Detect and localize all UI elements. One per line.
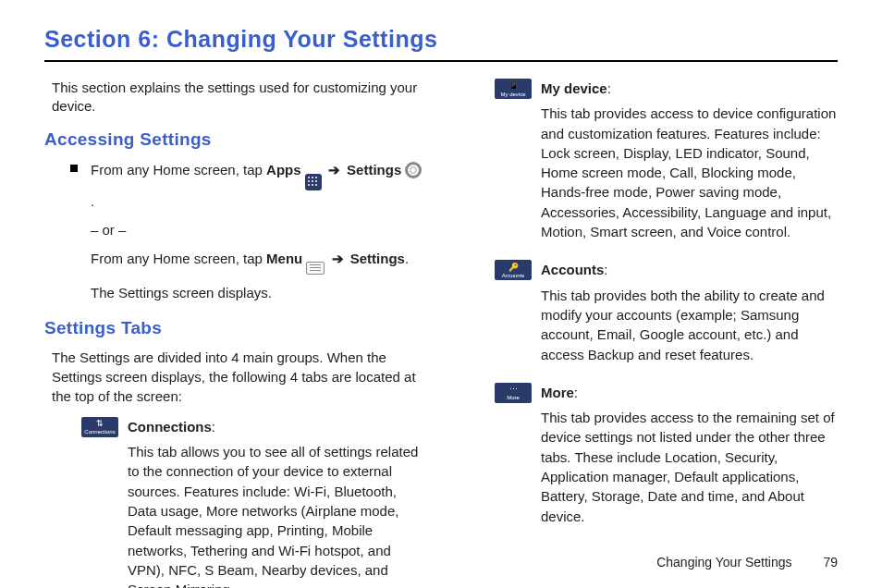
accessing-heading: Accessing Settings [44, 129, 424, 150]
settings-label-2: Settings [350, 251, 405, 266]
intro-text: This section explains the settings used … [44, 79, 424, 116]
tab-title: Accounts [541, 262, 604, 277]
tab-body: My device: This tab provides access to d… [541, 79, 838, 241]
page-footer: Changing Your Settings 79 [656, 555, 838, 570]
apps-label: Apps [266, 162, 301, 178]
tab-body: Accounts: This tab provides both the abi… [541, 260, 838, 363]
tab-item-mydevice: 📱 My device My device: This tab provides… [458, 79, 838, 241]
tab-item-connections: ⇅ Connections Connections: This tab allo… [44, 417, 424, 588]
tab-title: More [541, 385, 574, 400]
mydevice-icon: 📱 My device [495, 79, 532, 99]
gear-icon [405, 162, 422, 178]
or-divider: – or – [91, 219, 424, 240]
more-icon-label: More [507, 395, 520, 400]
tab-desc: This tab provides access to the remainin… [541, 408, 838, 526]
settings-label: Settings [347, 162, 401, 178]
tab-title: My device [541, 80, 607, 96]
step1-period: . [91, 193, 94, 209]
tab-desc: This tab allows you to see all of settin… [128, 442, 424, 588]
tab-body: Connections: This tab allows you to see … [128, 417, 424, 588]
step-result: The Settings screen displays. [91, 282, 424, 303]
page-number: 79 [823, 555, 838, 570]
tabs-intro: The Settings are divided into 4 main gro… [44, 348, 424, 406]
accessing-steps: From any Home screen, tap Apps ➔ Setting… [44, 159, 424, 303]
tabs-heading: Settings Tabs [44, 318, 424, 338]
connections-glyph: ⇅ [96, 420, 104, 428]
tab-item-more: ⋯ More More: This tab provides access to… [458, 383, 838, 526]
more-icon: ⋯ More [495, 383, 532, 403]
content-columns: This section explains the settings used … [44, 79, 838, 588]
tab-desc: This tab provides both the ability to cr… [541, 286, 838, 364]
tab-item-accounts: 🔑 Accounts Accounts: This tab provides b… [458, 260, 838, 363]
step-line-1: From any Home screen, tap Apps ➔ Setting… [91, 159, 424, 212]
connections-icon-label: Connections [84, 429, 115, 435]
arrow-icon: ➔ [332, 251, 344, 266]
more-glyph: ⋯ [509, 386, 518, 394]
square-bullet-icon [70, 165, 78, 172]
accounts-glyph: 🔑 [508, 263, 519, 272]
menu-label: Menu [266, 251, 302, 266]
left-column: This section explains the settings used … [44, 79, 424, 588]
section-title: Section 6: Changing Your Settings [44, 26, 838, 62]
step2-prefix: From any Home screen, tap [91, 251, 266, 266]
step-line-2: From any Home screen, tap Menu ➔ Setting… [91, 248, 424, 275]
accounts-icon: 🔑 Accounts [495, 260, 532, 280]
menu-icon [306, 262, 325, 275]
mydevice-glyph: 📱 [508, 82, 519, 91]
arrow-icon: ➔ [328, 162, 340, 178]
step1-prefix: From any Home screen, tap [91, 162, 266, 178]
accounts-icon-label: Accounts [502, 273, 525, 278]
tab-desc: This tab provides access to device confi… [541, 104, 838, 241]
tab-title: Connections [128, 419, 212, 435]
right-column: 📱 My device My device: This tab provides… [458, 79, 838, 588]
connections-icon: ⇅ Connections [81, 417, 118, 437]
apps-grid-icon [305, 174, 322, 190]
mydevice-icon-label: My device [500, 92, 525, 97]
step2-period: . [405, 251, 409, 266]
footer-text: Changing Your Settings [656, 555, 791, 570]
tab-body: More: This tab provides access to the re… [541, 383, 838, 526]
